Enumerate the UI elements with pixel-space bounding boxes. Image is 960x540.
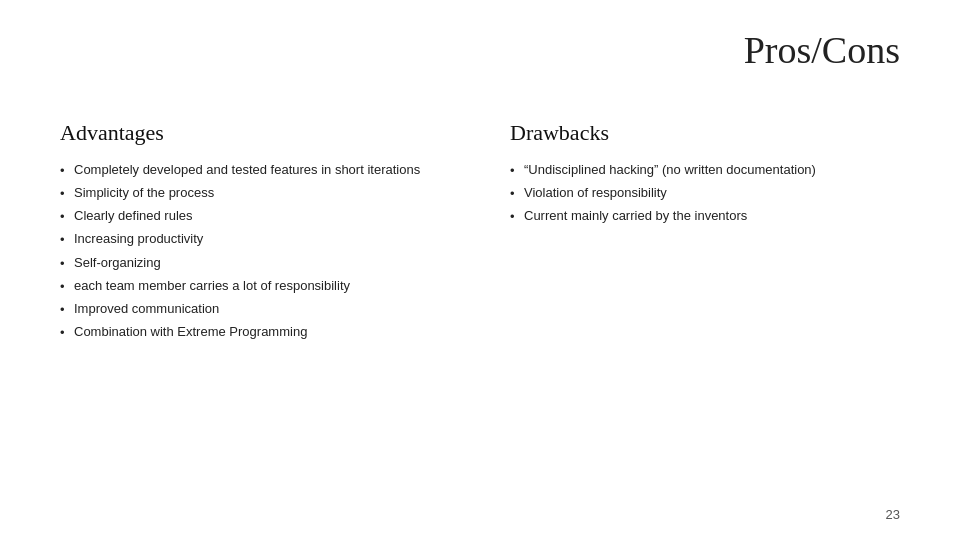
page-number: 23 (886, 507, 900, 522)
bullet-dot: • (60, 230, 74, 250)
drawbacks-heading: Drawbacks (510, 120, 900, 146)
bullet-text: Improved communication (74, 299, 450, 319)
bullet-dot: • (60, 184, 74, 204)
bullet-text: Combination with Extreme Programming (74, 322, 450, 342)
bullet-dot: • (60, 300, 74, 320)
bullet-dot: • (60, 207, 74, 227)
slide: Pros/Cons Advantages •Completely develop… (0, 0, 960, 540)
bullet-text: “Undisciplined hacking” (no written docu… (524, 160, 900, 180)
advantages-list: •Completely developed and tested feature… (60, 160, 450, 343)
advantages-column: Advantages •Completely developed and tes… (60, 120, 450, 345)
list-item: •Increasing productivity (60, 229, 450, 250)
bullet-text: each team member carries a lot of respon… (74, 276, 450, 296)
bullet-text: Clearly defined rules (74, 206, 450, 226)
bullet-dot: • (510, 207, 524, 227)
list-item: •Violation of responsibility (510, 183, 900, 204)
list-item: •each team member carries a lot of respo… (60, 276, 450, 297)
drawbacks-column: Drawbacks •“Undisciplined hacking” (no w… (510, 120, 900, 345)
content-area: Advantages •Completely developed and tes… (60, 120, 900, 345)
list-item: •Improved communication (60, 299, 450, 320)
bullet-text: Simplicity of the process (74, 183, 450, 203)
list-item: •Combination with Extreme Programming (60, 322, 450, 343)
list-item: •Self-organizing (60, 253, 450, 274)
bullet-dot: • (60, 254, 74, 274)
bullet-text: Completely developed and tested features… (74, 160, 450, 180)
bullet-dot: • (510, 184, 524, 204)
bullet-text: Violation of responsibility (524, 183, 900, 203)
list-item: •Completely developed and tested feature… (60, 160, 450, 181)
bullet-dot: • (510, 161, 524, 181)
drawbacks-list: •“Undisciplined hacking” (no written doc… (510, 160, 900, 227)
list-item: •Clearly defined rules (60, 206, 450, 227)
list-item: •Current mainly carried by the inventors (510, 206, 900, 227)
bullet-text: Self-organizing (74, 253, 450, 273)
bullet-dot: • (60, 277, 74, 297)
slide-title: Pros/Cons (744, 28, 900, 72)
bullet-dot: • (60, 323, 74, 343)
bullet-text: Current mainly carried by the inventors (524, 206, 900, 226)
list-item: •Simplicity of the process (60, 183, 450, 204)
bullet-text: Increasing productivity (74, 229, 450, 249)
list-item: •“Undisciplined hacking” (no written doc… (510, 160, 900, 181)
advantages-heading: Advantages (60, 120, 450, 146)
bullet-dot: • (60, 161, 74, 181)
